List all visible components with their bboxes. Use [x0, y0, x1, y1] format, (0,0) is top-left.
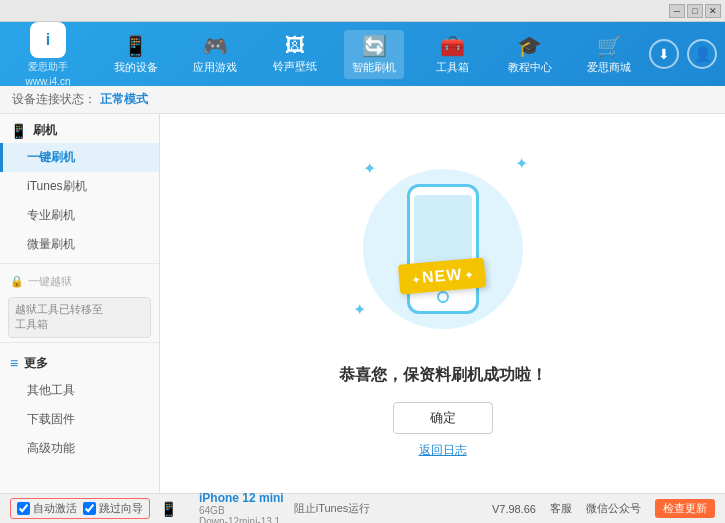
update-button[interactable]: 检查更新	[655, 499, 715, 518]
sparkle-icon-bl: ✦	[353, 300, 366, 319]
phone-illustration: ✦ ✦ ✦ NEW	[343, 149, 543, 349]
device-info: iPhone 12 mini 64GB Down-12mini-13.1	[199, 491, 284, 524]
device-model: Down-12mini-13.1	[199, 516, 284, 524]
status-label: 设备连接状态：	[12, 91, 96, 108]
customer-service-link[interactable]: 客服	[550, 501, 572, 516]
sidebar-item-itunes-flash[interactable]: iTunes刷机	[0, 172, 159, 201]
sidebar-item-pro-flash[interactable]: 专业刷机	[0, 201, 159, 230]
device-phone-icon: 📱	[160, 501, 177, 517]
nav-wallpaper[interactable]: 🖼 铃声壁纸	[265, 30, 325, 79]
sparkle-icon-tr: ✦	[515, 154, 528, 173]
nav-label: 铃声壁纸	[273, 59, 317, 74]
sidebar: 📱 刷机 一键刷机 iTunes刷机 专业刷机 微量刷机 🔒 一键越狱 越狱工具…	[0, 114, 160, 493]
logo-line1: 爱思助手	[28, 60, 68, 74]
title-bar-controls[interactable]: ─ □ ✕	[669, 4, 721, 18]
device-icon: 📱	[123, 34, 148, 58]
user-button[interactable]: 👤	[687, 39, 717, 69]
nav-my-device[interactable]: 📱 我的设备	[106, 30, 166, 79]
itunes-status-text: 阻止iTunes运行	[294, 501, 371, 516]
logo-icon: i	[30, 22, 66, 58]
nav-label: 智能刷机	[352, 60, 396, 75]
wallpaper-icon: 🖼	[285, 34, 305, 57]
tutorial-icon: 🎓	[517, 34, 542, 58]
auto-connect-label: 自动激活	[33, 501, 77, 516]
phone-shape: NEW	[407, 184, 479, 314]
sidebar-item-other-tools[interactable]: 其他工具	[0, 376, 159, 405]
phone-home-button	[437, 291, 449, 303]
nav-label: 工具箱	[436, 60, 469, 75]
bottom-left: 自动激活 跳过向导 📱 iPhone 12 mini 64GB Down-12m…	[10, 491, 480, 524]
download-button[interactable]: ⬇	[649, 39, 679, 69]
skip-wizard-label: 跳过向导	[99, 501, 143, 516]
skip-wizard-checkbox[interactable]: 跳过向导	[83, 501, 143, 516]
itunes-status: 阻止iTunes运行	[294, 501, 371, 516]
sidebar-item-advanced[interactable]: 高级功能	[0, 434, 159, 463]
success-text: 恭喜您，保资料刷机成功啦！	[339, 365, 547, 386]
more-section-label: 更多	[24, 355, 48, 372]
smart-icon: 🔄	[362, 34, 387, 58]
flash-section-label: 刷机	[33, 122, 57, 139]
auto-connect-input[interactable]	[17, 502, 30, 515]
bottom-right: V7.98.66 客服 微信公众号 检查更新	[492, 499, 715, 518]
checkbox-group: 自动激活 跳过向导	[10, 498, 150, 519]
nav-label: 爱思商城	[587, 60, 631, 75]
nav-toolbox[interactable]: 🧰 工具箱	[424, 30, 480, 79]
minimize-button[interactable]: ─	[669, 4, 685, 18]
sidebar-section-more: ≡ 更多	[0, 347, 159, 376]
nav-tutorial[interactable]: 🎓 教程中心	[500, 30, 560, 79]
skip-wizard-input[interactable]	[83, 502, 96, 515]
new-badge: NEW	[398, 257, 487, 294]
auto-connect-checkbox[interactable]: 自动激活	[17, 501, 77, 516]
wechat-link[interactable]: 微信公众号	[586, 501, 641, 516]
nav-app-game[interactable]: 🎮 应用游戏	[185, 30, 245, 79]
close-button[interactable]: ✕	[705, 4, 721, 18]
main-content: ✦ ✦ ✦ NEW 恭喜您，保资料刷机成功啦！ 确定 返回日志	[160, 114, 725, 493]
nav-items: 📱 我的设备 🎮 应用游戏 🖼 铃声壁纸 🔄 智能刷机 🧰 工具箱 🎓 教程中心…	[96, 30, 649, 79]
back-link[interactable]: 返回日志	[419, 442, 467, 459]
title-bar: ─ □ ✕	[0, 0, 725, 22]
confirm-button[interactable]: 确定	[393, 402, 493, 434]
header: i 爱思助手 www.i4.cn 📱 我的设备 🎮 应用游戏 🖼 铃声壁纸 🔄 …	[0, 22, 725, 86]
flash-section-icon: 📱	[10, 123, 27, 139]
maximize-button[interactable]: □	[687, 4, 703, 18]
device-storage: 64GB	[199, 505, 284, 516]
nav-smart-shop[interactable]: 🔄 智能刷机	[344, 30, 404, 79]
header-right: ⬇ 👤	[649, 39, 717, 69]
sparkle-icon-tl: ✦	[363, 159, 376, 178]
bottom-bar: 自动激活 跳过向导 📱 iPhone 12 mini 64GB Down-12m…	[0, 493, 725, 523]
version-text: V7.98.66	[492, 503, 536, 515]
shop-icon: 🛒	[597, 34, 622, 58]
jailbreak-notice: 越狱工具已转移至工具箱	[8, 297, 151, 338]
status-value: 正常模式	[100, 91, 148, 108]
sidebar-item-one-click-flash[interactable]: 一键刷机	[0, 143, 159, 172]
toolbox-icon: 🧰	[440, 34, 465, 58]
logo-line2: www.i4.cn	[25, 76, 70, 87]
nav-label: 我的设备	[114, 60, 158, 75]
nav-label: 应用游戏	[193, 60, 237, 75]
more-section-icon: ≡	[10, 355, 18, 371]
sidebar-item-download-firmware[interactable]: 下载固件	[0, 405, 159, 434]
logo: i 爱思助手 www.i4.cn	[8, 22, 88, 87]
sidebar-section-flash: 📱 刷机	[0, 114, 159, 143]
nav-label: 教程中心	[508, 60, 552, 75]
sidebar-item-save-flash[interactable]: 微量刷机	[0, 230, 159, 259]
main-area: 📱 刷机 一键刷机 iTunes刷机 专业刷机 微量刷机 🔒 一键越狱 越狱工具…	[0, 114, 725, 493]
lock-icon: 🔒	[10, 275, 24, 288]
game-icon: 🎮	[203, 34, 228, 58]
sidebar-jailbreak-header: 🔒 一键越狱	[0, 268, 159, 293]
status-bar: 设备连接状态： 正常模式	[0, 86, 725, 114]
jailbreak-label: 一键越狱	[28, 274, 72, 289]
nav-shop[interactable]: 🛒 爱思商城	[579, 30, 639, 79]
